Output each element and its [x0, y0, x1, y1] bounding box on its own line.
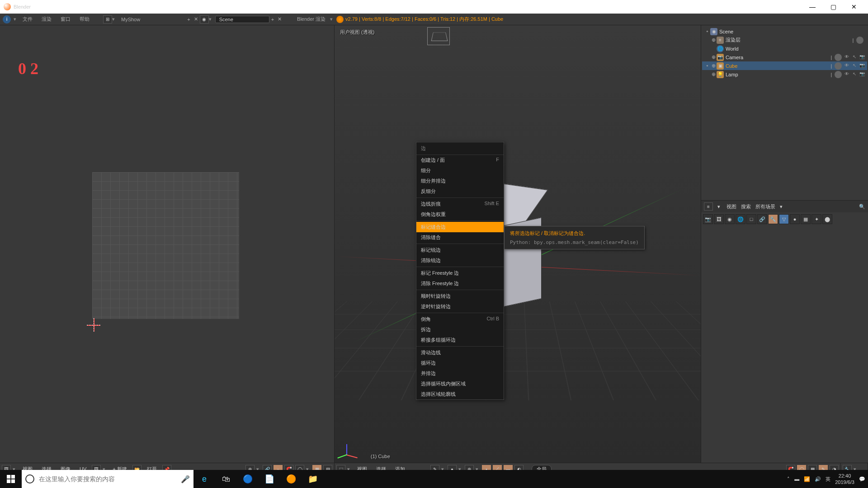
scene-name-field[interactable]: Scene: [215, 16, 269, 23]
edge-context-menu: 边 创建边 / 面F细分细分并排边反细分边线折痕Shift E倒角边权重标记缝合…: [416, 142, 504, 400]
context-menu-item[interactable]: 逆时针旋转边: [416, 301, 504, 312]
delete-layout-button[interactable]: ✕: [192, 16, 200, 22]
context-menu-item[interactable]: 标记锐边: [416, 245, 504, 255]
outliner-row-lamp[interactable]: ⊕💡 Lamp | 👁↖📷: [702, 70, 867, 79]
tab-render[interactable]: 📷: [703, 214, 713, 224]
start-button[interactable]: [0, 470, 22, 488]
tab-data[interactable]: ▽: [779, 214, 789, 224]
maximize-button[interactable]: ▢: [823, 3, 844, 10]
tray-expand-icon[interactable]: ˄: [787, 476, 790, 482]
context-menu-item[interactable]: 滑动边线: [416, 347, 504, 358]
render-engine-dropdown[interactable]: Blender 渲染: [292, 16, 330, 23]
clock[interactable]: 22:40 2019/6/3: [835, 473, 854, 485]
taskbar-blender-icon[interactable]: 🟠: [280, 470, 302, 488]
outliner-row-renderlayers[interactable]: ⊕≡ 渲染层 |: [702, 36, 867, 44]
search-input[interactable]: [39, 475, 181, 483]
visibility-toggle[interactable]: 👁: [844, 63, 850, 69]
close-button[interactable]: ✕: [844, 3, 864, 10]
context-menu-item[interactable]: 并排边: [416, 368, 504, 379]
context-menu-item[interactable]: 标记 Freestyle 边: [416, 268, 504, 278]
filter-dropdown[interactable]: 所有场景: [755, 203, 775, 210]
taskbar-search[interactable]: 🎤: [22, 470, 193, 488]
minimize-button[interactable]: —: [802, 3, 823, 10]
uv-image-editor[interactable]: 0 2: [0, 25, 335, 463]
taskbar-store-icon[interactable]: 🛍: [215, 470, 237, 488]
search-menu[interactable]: 搜索: [741, 203, 751, 210]
taskbar-chrome-icon[interactable]: 🔵: [237, 470, 259, 488]
chevron-down-icon[interactable]: ▾: [209, 16, 213, 22]
search-icon[interactable]: 🔍: [859, 204, 865, 210]
menu-file[interactable]: 文件: [18, 16, 37, 23]
menu-help[interactable]: 帮助: [75, 16, 94, 23]
select-toggle[interactable]: ↖: [851, 63, 858, 69]
context-menu-item[interactable]: 拆边: [416, 324, 504, 335]
context-menu-item[interactable]: 选择循环线内侧区域: [416, 379, 504, 389]
render-toggle[interactable]: 📷: [859, 54, 865, 61]
context-menu-item[interactable]: 清除缝合: [416, 232, 504, 243]
ime-indicator[interactable]: 英: [826, 476, 830, 483]
context-menu-item[interactable]: 细分并排边: [416, 176, 504, 186]
microphone-icon[interactable]: 🎤: [181, 475, 190, 483]
notifications-icon[interactable]: 💬: [859, 476, 865, 482]
tab-renderlayers[interactable]: 🖼: [714, 214, 724, 224]
outliner-row-cube[interactable]: ∘⊕▣ Cube | 👁↖📷: [702, 61, 867, 70]
context-menu-item[interactable]: 清除锐边: [416, 255, 504, 266]
visibility-toggle[interactable]: 👁: [844, 71, 850, 78]
tab-texture[interactable]: ▦: [801, 214, 811, 224]
uv-grid: [92, 172, 239, 319]
context-menu-item[interactable]: 顺时针旋转边: [416, 291, 504, 301]
battery-icon[interactable]: ▬: [794, 476, 799, 482]
tab-object[interactable]: □: [746, 214, 756, 224]
tab-particles[interactable]: ✦: [811, 214, 821, 224]
chevron-down-icon[interactable]: ▾: [330, 16, 335, 22]
add-scene-button[interactable]: +: [269, 17, 276, 22]
chevron-down-icon[interactable]: ▾: [112, 16, 117, 22]
context-menu-item[interactable]: 倒角边权重: [416, 209, 504, 220]
wifi-icon[interactable]: 📶: [804, 476, 810, 482]
tab-material[interactable]: ●: [790, 214, 800, 224]
taskbar-explorer-icon[interactable]: 📁: [302, 470, 324, 488]
tab-world[interactable]: 🌐: [736, 214, 745, 224]
3d-viewport[interactable]: 用户视图 (透视) (1) Cube 边 创建边 / 面F细分细分并排边反细分边…: [335, 25, 701, 463]
volume-icon[interactable]: 🔊: [815, 476, 821, 482]
visibility-toggle[interactable]: 👁: [844, 54, 850, 61]
render-toggle[interactable]: 📷: [859, 63, 865, 69]
view-menu[interactable]: 视图: [726, 203, 736, 210]
taskbar-edge-icon[interactable]: e: [193, 470, 215, 488]
tab-constraints[interactable]: 🔗: [757, 214, 767, 224]
context-menu-item[interactable]: 边线折痕Shift E: [416, 199, 504, 209]
context-menu-item[interactable]: 创建边 / 面F: [416, 155, 504, 165]
context-menu-item[interactable]: 桥接多组循环边: [416, 335, 504, 345]
outliner-row-scene[interactable]: ∘◉ Scene: [702, 27, 867, 36]
outliner[interactable]: ∘◉ Scene ⊕≡ 渲染层 | 🌐 World ⊕📷 Camera | 👁↖…: [701, 25, 868, 200]
context-menu-item[interactable]: 细分: [416, 165, 504, 176]
chevron-down-icon[interactable]: ▾: [14, 16, 18, 22]
add-layout-button[interactable]: +: [185, 17, 192, 22]
editor-type-icon[interactable]: ≡: [704, 202, 713, 211]
outliner-row-camera[interactable]: ⊕📷 Camera | 👁↖📷: [702, 53, 867, 61]
menu-window[interactable]: 窗口: [56, 16, 75, 23]
properties-panel: ≡ ▾ 视图 搜索 所有场景 ▾ 🔍 📷 🖼 ◉ 🌐 □ 🔗 🔧 ▽ ● ▦: [701, 200, 868, 463]
tab-modifiers[interactable]: 🔧: [768, 214, 778, 224]
screen-layout-icon[interactable]: ⊞: [103, 15, 112, 23]
scene-browse-icon[interactable]: ◉: [200, 15, 209, 23]
data-icon: [835, 71, 842, 78]
context-menu-item[interactable]: 清除 Freestyle 边: [416, 278, 504, 289]
select-toggle[interactable]: ↖: [851, 54, 858, 61]
select-toggle[interactable]: ↖: [851, 71, 858, 78]
context-menu-item[interactable]: 循环边: [416, 358, 504, 368]
outliner-row-world[interactable]: 🌐 World: [702, 44, 867, 53]
context-menu-item[interactable]: 选择区域轮廓线: [416, 389, 504, 399]
render-toggle[interactable]: 📷: [859, 71, 865, 78]
taskbar-word-icon[interactable]: 📄: [259, 470, 280, 488]
context-menu-item[interactable]: 标记缝合边: [416, 222, 504, 232]
lamp-icon: 💡: [717, 71, 724, 78]
context-menu-item[interactable]: 倒角Ctrl B: [416, 314, 504, 324]
editor-type-icon[interactable]: i: [3, 15, 11, 23]
tab-physics[interactable]: ⬤: [822, 214, 832, 224]
delete-scene-button[interactable]: ✕: [276, 16, 283, 22]
screen-layout-name[interactable]: MyShow: [117, 17, 145, 22]
menu-render[interactable]: 渲染: [37, 16, 56, 23]
tab-scene[interactable]: ◉: [725, 214, 735, 224]
context-menu-item[interactable]: 反细分: [416, 186, 504, 197]
